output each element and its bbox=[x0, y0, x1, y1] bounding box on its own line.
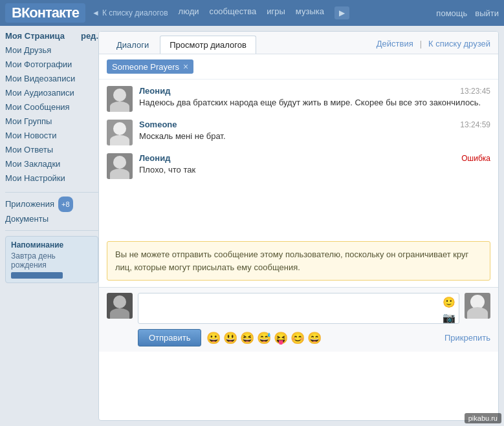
attachment-icon[interactable]: 📷 bbox=[443, 311, 455, 324]
message-header-2: Someone 13:24:59 bbox=[139, 120, 490, 129]
message-time-2: 13:24:59 bbox=[460, 120, 490, 129]
tab-view-dialogs[interactable]: Просмотр диалогов bbox=[160, 36, 256, 54]
emoji-6[interactable]: 😊 bbox=[290, 331, 305, 345]
compose-area: 🙂 📷 Отправить 😀 😃 😆 😅 😝 😊 😄 bbox=[99, 287, 498, 352]
table-row: Someone 13:24:59 Москаль мені не брат. bbox=[107, 120, 490, 145]
vk-logo: ВКонтакте bbox=[5, 3, 85, 23]
main-panel: Диалоги Просмотр диалогов Действия | К с… bbox=[98, 31, 499, 421]
sidebar-item-audio[interactable]: Мои Аудиозаписи bbox=[5, 86, 98, 100]
sidebar-item-my-page[interactable]: Моя Страница bbox=[5, 31, 65, 41]
reminder-name-bar bbox=[11, 272, 63, 279]
message-text-1: Надеюсь два братских народа еще будут жи… bbox=[139, 97, 490, 109]
compose-row: 🙂 📷 bbox=[107, 293, 490, 324]
nav-music[interactable]: музыка bbox=[296, 6, 324, 19]
sidebar-item-messages[interactable]: Мои Сообщения bbox=[5, 100, 98, 114]
sidebar: Моя Страница ред. Мои Друзья Мои Фотогра… bbox=[0, 26, 98, 426]
nav-games[interactable]: игры bbox=[267, 6, 285, 19]
actions-link[interactable]: Действия bbox=[377, 39, 413, 48]
nav-communities[interactable]: сообщества bbox=[209, 6, 256, 19]
tabs-left: Диалоги Просмотр диалогов bbox=[107, 36, 256, 54]
emoji-2[interactable]: 😃 bbox=[223, 331, 237, 345]
message-input[interactable] bbox=[138, 293, 459, 324]
message-error-status: Ошибка bbox=[461, 154, 490, 163]
tag-close-button[interactable]: × bbox=[183, 61, 188, 72]
sidebar-item-groups[interactable]: Мои Группы bbox=[5, 114, 98, 129]
tab-dialogs[interactable]: Диалоги bbox=[107, 36, 159, 54]
message-time-1: 13:23:45 bbox=[460, 87, 490, 96]
header-more-button[interactable]: ▶ bbox=[334, 6, 349, 19]
tabs-right: Действия | К списку друзей bbox=[377, 39, 490, 51]
sidebar-item-videos[interactable]: Мои Видеозаписи bbox=[5, 72, 98, 86]
sidebar-item-news[interactable]: Мои Новости bbox=[5, 129, 98, 143]
avatar-someone bbox=[107, 120, 133, 145]
sidebar-divider bbox=[5, 192, 98, 193]
emoji-7[interactable]: 😄 bbox=[307, 331, 322, 345]
pikabu-badge: pikabu.ru bbox=[465, 413, 501, 423]
header-right: помощь выйти bbox=[436, 8, 499, 18]
reminder-title: Напоминание bbox=[11, 240, 93, 250]
header-nav: люди сообщества игры музыка ▶ bbox=[179, 6, 437, 19]
sidebar-item-settings[interactable]: Мои Настройки bbox=[5, 171, 98, 186]
message-text-3: Плохо, что так bbox=[139, 164, 490, 176]
reminder-text: Завтра день рождения bbox=[11, 251, 93, 270]
emoji-4[interactable]: 😅 bbox=[257, 331, 271, 345]
header: ВКонтакте ◄ К списку диалогов люди сообщ… bbox=[0, 0, 504, 26]
tabs-divider: | bbox=[420, 39, 422, 48]
sidebar-item-photos[interactable]: Мои Фотографии bbox=[5, 58, 98, 72]
back-to-dialogs-link[interactable]: ◄ К списку диалогов bbox=[92, 8, 168, 17]
table-row: Леонид 13:23:45 Надеюсь два братских нар… bbox=[107, 86, 490, 112]
attach-link[interactable]: Прикрепить bbox=[444, 333, 490, 343]
nav-people[interactable]: люди bbox=[179, 6, 199, 19]
warning-box: Вы не можете отправить сообщение этому п… bbox=[107, 241, 490, 281]
avatar-leonid-2 bbox=[107, 153, 133, 179]
friends-list-link[interactable]: К списку друзей bbox=[428, 39, 490, 48]
message-text-2: Москаль мені не брат. bbox=[139, 131, 490, 142]
message-sender-1: Леонид bbox=[139, 86, 170, 96]
table-row: Леонид Ошибка Плохо, что так bbox=[107, 153, 490, 179]
sidebar-item-friends[interactable]: Мои Друзья bbox=[5, 43, 98, 58]
sidebar-divider-2 bbox=[5, 230, 98, 231]
apps-badge: +8 bbox=[58, 197, 73, 212]
message-sender-3: Леонид bbox=[139, 153, 170, 163]
warning-text: Вы не можете отправить сообщение этому п… bbox=[115, 250, 468, 272]
compose-icons: 🙂 📷 bbox=[443, 295, 455, 324]
reminder-box: Напоминание Завтра день рождения bbox=[5, 236, 98, 283]
compose-bottom: Отправить 😀 😃 😆 😅 😝 😊 😄 Прикрепить bbox=[107, 329, 490, 346]
avatar-leonid-1 bbox=[107, 86, 133, 112]
compose-sender-avatar bbox=[107, 293, 133, 319]
message-header-3: Леонид Ошибка bbox=[139, 153, 490, 163]
message-header-1: Леонид 13:23:45 bbox=[139, 86, 490, 96]
sidebar-item-bookmarks[interactable]: Мои Закладки bbox=[5, 157, 98, 171]
help-link[interactable]: помощь bbox=[436, 8, 467, 18]
emoji-5[interactable]: 😝 bbox=[274, 331, 288, 345]
tag-area: Someone Prayers × bbox=[99, 54, 498, 80]
message-body-3: Леонид Ошибка Плохо, что так bbox=[139, 153, 490, 176]
sidebar-item-answers[interactable]: Мои Ответы bbox=[5, 143, 98, 157]
sidebar-apps-link[interactable]: Приложения +8 bbox=[5, 197, 98, 212]
tag-chip: Someone Prayers × bbox=[107, 59, 193, 74]
message-body-1: Леонид 13:23:45 Надеюсь два братских нар… bbox=[139, 86, 490, 109]
logout-link[interactable]: выйти bbox=[475, 8, 499, 18]
tabs-bar: Диалоги Просмотр диалогов Действия | К с… bbox=[99, 32, 498, 54]
emoji-bar: 😀 😃 😆 😅 😝 😊 😄 bbox=[206, 331, 322, 345]
sidebar-edit-link[interactable]: ред. bbox=[81, 31, 98, 41]
compose-input-wrap: 🙂 📷 bbox=[138, 293, 459, 324]
emoji-3[interactable]: 😆 bbox=[240, 331, 254, 345]
compose-target-avatar bbox=[465, 293, 490, 319]
tag-name: Someone Prayers bbox=[112, 62, 179, 72]
message-sender-2: Someone bbox=[139, 120, 177, 129]
messages-area: Леонид 13:23:45 Надеюсь два братских нар… bbox=[99, 80, 498, 235]
send-button[interactable]: Отправить bbox=[138, 329, 201, 346]
sidebar-docs-link[interactable]: Документы bbox=[5, 212, 98, 226]
emoji-1[interactable]: 😀 bbox=[206, 331, 221, 345]
emoji-picker-icon[interactable]: 🙂 bbox=[443, 295, 455, 308]
compose-input-area: 🙂 📷 bbox=[138, 293, 459, 324]
message-body-2: Someone 13:24:59 Москаль мені не брат. bbox=[139, 120, 490, 142]
sidebar-nav-list: Мои Друзья Мои Фотографии Мои Видеозапис… bbox=[5, 43, 98, 186]
layout: Моя Страница ред. Мои Друзья Мои Фотогра… bbox=[0, 26, 504, 426]
sidebar-my-page-row: Моя Страница ред. bbox=[5, 31, 98, 41]
